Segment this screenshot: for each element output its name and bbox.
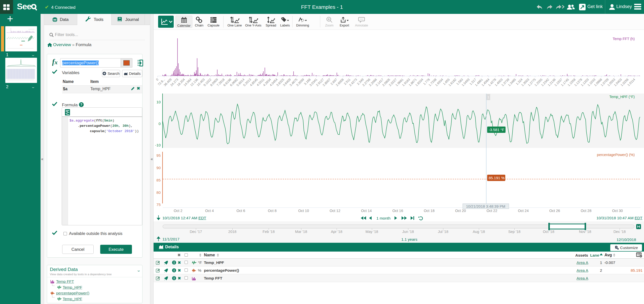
- svg-text:Oct 28: Oct 28: [581, 209, 592, 213]
- svg-text:Oct 26: Oct 26: [549, 209, 560, 213]
- svg-text:0: 0: [159, 121, 161, 126]
- svg-text:95: 95: [156, 153, 161, 158]
- svg-text:85: 85: [156, 178, 161, 182]
- svg-text:10: 10: [156, 100, 161, 104]
- svg-text:Oct 24: Oct 24: [518, 209, 529, 213]
- svg-text:0: 0: [155, 78, 159, 81]
- svg-text:Oct 8: Oct 8: [268, 209, 277, 213]
- svg-text:Oct 10: Oct 10: [298, 209, 309, 213]
- svg-text:Temp_HPF (°F): Temp_HPF (°F): [609, 95, 635, 99]
- svg-text:1: 1: [487, 95, 489, 99]
- svg-text:80: 80: [156, 190, 161, 195]
- svg-text:-10: -10: [155, 143, 161, 147]
- svg-text:10/21/2018 3:48:39 PM: 10/21/2018 3:48:39 PM: [466, 204, 505, 208]
- svg-text:Oct 12: Oct 12: [330, 209, 340, 213]
- svg-text:Oct 2: Oct 2: [174, 209, 183, 213]
- svg-text:75: 75: [156, 202, 161, 207]
- svg-text:Oct 18: Oct 18: [424, 209, 435, 213]
- svg-text:Oct 30: Oct 30: [612, 209, 623, 213]
- svg-text:Oct 14: Oct 14: [361, 209, 372, 213]
- svg-text:percentagePower() (%): percentagePower() (%): [597, 153, 635, 157]
- svg-text:1 month: 1 month: [376, 216, 390, 220]
- svg-text:Oct 6: Oct 6: [236, 209, 245, 213]
- svg-text:Oct 22: Oct 22: [487, 209, 497, 213]
- svg-text:85.191 %: 85.191 %: [489, 176, 505, 180]
- svg-text:Temp FFT (h): Temp FFT (h): [613, 37, 635, 41]
- svg-text:90: 90: [156, 166, 161, 170]
- svg-text:?: ?: [80, 103, 83, 107]
- svg-text:Oct 16: Oct 16: [392, 209, 403, 213]
- svg-text:Oct 20: Oct 20: [455, 209, 466, 213]
- svg-text:-3.581 °F: -3.581 °F: [489, 128, 504, 132]
- svg-text:Oct 4: Oct 4: [205, 209, 214, 213]
